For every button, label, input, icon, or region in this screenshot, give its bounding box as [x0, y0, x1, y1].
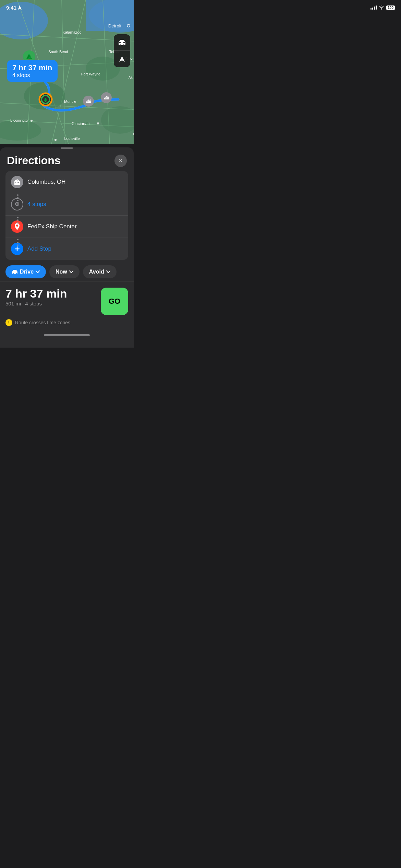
svg-text:Cha: Cha [133, 132, 134, 136]
svg-text:Cincinnati: Cincinnati [72, 121, 90, 126]
stop-row-stops[interactable]: 4 stops [5, 193, 128, 216]
city-icon [14, 179, 21, 185]
svg-text:Muncie: Muncie [64, 99, 76, 104]
directions-sheet: Directions × Columbus, OH [0, 147, 134, 348]
add-stop-text: Add Stop [27, 245, 123, 252]
pin-icon [14, 202, 20, 207]
drive-mode-button[interactable] [114, 34, 130, 51]
map-view[interactable]: Kalamazoo Detroit South Bend Toledo Clev… [0, 0, 134, 144]
map-controls[interactable] [114, 34, 130, 67]
status-time: 9:41 [6, 5, 22, 11]
origin-icon [11, 176, 23, 188]
origin-label: Columbus, OH [27, 179, 65, 185]
svg-text:Akr: Akr [129, 76, 134, 80]
svg-text:South Bend: South Bend [48, 50, 68, 54]
avoid-chevron-icon [106, 270, 110, 273]
stop-row-origin[interactable]: Columbus, OH [5, 171, 128, 193]
route-info: 7 hr 37 min 501 mi · 4 stops [5, 288, 67, 306]
destination-pin-icon [14, 223, 20, 230]
svg-text:Fort Wayne: Fort Wayne [81, 72, 100, 76]
drive-button[interactable]: Drive [5, 265, 46, 278]
svg-text:🏙: 🏙 [86, 99, 91, 104]
bubble-stops: 4 stops [12, 72, 52, 79]
svg-text:🌲: 🌲 [26, 53, 33, 60]
now-chevron-icon [69, 270, 73, 273]
sheet-header: Directions × [0, 149, 134, 171]
route-summary: 7 hr 37 min 501 mi · 4 stops GO [0, 283, 134, 317]
now-button[interactable]: Now [49, 265, 80, 278]
clock: 9:41 [6, 5, 16, 11]
home-indicator [44, 334, 90, 336]
destination-text: FedEx Ship Center [27, 223, 123, 230]
close-button[interactable]: × [114, 155, 127, 167]
origin-text: Columbus, OH [27, 179, 123, 185]
svg-text:Louisville: Louisville [64, 136, 80, 141]
stops-text: 4 stops [27, 201, 123, 208]
bubble-time: 7 hr 37 min [12, 63, 52, 72]
car-icon [118, 39, 126, 46]
svg-marker-56 [16, 179, 19, 180]
svg-text:🏙: 🏙 [104, 95, 109, 100]
svg-point-31 [54, 139, 57, 141]
svg-rect-54 [17, 182, 17, 183]
avoid-label: Avoid [89, 269, 104, 275]
add-stop-label: Add Stop [27, 245, 51, 252]
svg-point-61 [16, 225, 18, 227]
svg-point-29 [97, 122, 99, 124]
location-arrow-icon [18, 5, 22, 10]
route-time-bubble: 7 hr 37 min 4 stops [7, 60, 58, 82]
directions-heading: Directions [7, 154, 60, 167]
svg-rect-49 [123, 42, 125, 43]
now-label: Now [56, 269, 67, 275]
stop-row-add[interactable]: Add Stop [5, 238, 128, 260]
drive-chevron-icon [36, 270, 40, 273]
go-button[interactable]: GO [101, 288, 128, 315]
status-bar: 9:41 100 [0, 0, 134, 15]
svg-rect-48 [119, 42, 121, 43]
destination-label: FedEx Ship Center [27, 223, 77, 230]
car-button-icon [12, 269, 18, 274]
timezone-notice: ! Route crosses time zones [0, 317, 134, 331]
action-buttons-row: Drive Now Avoid [0, 260, 134, 281]
svg-text:Kalamazoo: Kalamazoo [62, 30, 81, 34]
location-button[interactable] [114, 51, 130, 67]
go-label: GO [109, 297, 120, 306]
stops-label: 4 stops [27, 201, 46, 207]
warning-icon: ! [5, 319, 12, 326]
svg-point-26 [31, 120, 33, 122]
svg-text:Bloomington: Bloomington [10, 119, 29, 122]
stop-row-destination[interactable]: FedEx Ship Center [5, 216, 128, 238]
divider [0, 281, 134, 281]
navigation-icon [119, 56, 125, 62]
svg-rect-55 [18, 182, 19, 183]
svg-rect-53 [15, 182, 16, 183]
svg-text:🌲: 🌲 [43, 97, 48, 102]
drive-label: Drive [20, 269, 34, 275]
svg-text:Detroit: Detroit [108, 23, 122, 28]
total-time: 7 hr 37 min [5, 288, 67, 299]
avoid-button[interactable]: Avoid [83, 265, 117, 278]
timezone-text: Route crosses time zones [15, 320, 70, 325]
plus-icon [14, 246, 20, 252]
svg-point-58 [16, 203, 18, 205]
stops-list: Columbus, OH 4 stops [5, 171, 128, 260]
route-detail: 501 mi · 4 stops [5, 301, 67, 306]
